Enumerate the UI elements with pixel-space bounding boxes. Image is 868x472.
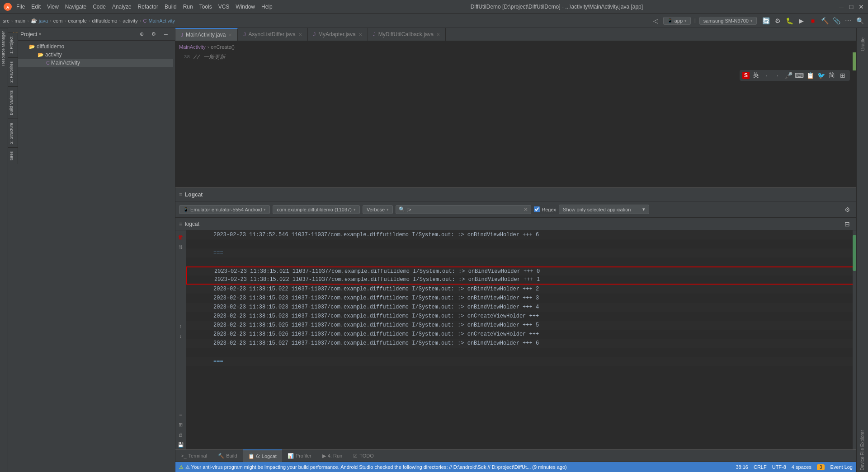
bottom-tab-run[interactable]: ▶ 4: Run (317, 449, 348, 462)
device-dropdown[interactable]: 📱 Emulator emulator-5554 Android ▾ (179, 205, 270, 214)
event-log-badge[interactable]: 3 (817, 464, 825, 470)
menu-refactor[interactable]: Refactor (135, 3, 161, 11)
label-favorites-2[interactable]: 2: Favorites (8, 57, 18, 86)
logcat-search-input[interactable] (407, 207, 522, 212)
sohu-keyboard-icon[interactable]: ⌨ (795, 71, 804, 80)
sohu-mic-icon[interactable]: 🎤 (784, 71, 793, 80)
search-global-icon[interactable]: 🔍 (854, 15, 865, 26)
logcat-search-box[interactable]: 🔍 ✕ (396, 205, 531, 214)
build-icon[interactable]: 🔨 (819, 15, 830, 26)
sohu-clipboard-icon[interactable]: 📋 (806, 71, 815, 80)
breadcrumb-mainactivity[interactable]: MainActivity (148, 18, 175, 23)
bottom-tab-todo[interactable]: ☑ TODO (348, 449, 379, 462)
tab-asynclistdiffer[interactable]: J AsyncListDiffer.java ✕ (238, 28, 308, 41)
tab-myadapter[interactable]: J MyAdapter.java ✕ (308, 28, 368, 41)
logcat-down-icon[interactable]: ↓ (177, 332, 185, 340)
panel-locate-icon[interactable]: ⊕ (136, 29, 147, 40)
breadcrumb-com[interactable]: com (53, 18, 63, 23)
logcat-export-icon[interactable]: 💾 (177, 440, 185, 449)
menu-help[interactable]: Help (259, 3, 275, 11)
navigation-back-icon[interactable]: ◁ (651, 15, 661, 26)
level-dropdown[interactable]: Verbose ▾ (363, 205, 393, 214)
more-icon[interactable]: ⋯ (843, 15, 854, 26)
search-clear-icon[interactable]: ✕ (524, 206, 528, 213)
bottom-tab-logcat[interactable]: 📋 6: Logcat (243, 449, 282, 462)
code-breadcrumb-mainactivity[interactable]: MainActivity (179, 44, 206, 50)
device-selector[interactable]: samsung SM-N9700 (703, 18, 749, 23)
device-dropdown-arrow[interactable]: ▾ (750, 19, 753, 23)
status-line-ending[interactable]: CRLF (754, 464, 767, 470)
breadcrumb-java-icon[interactable]: ☕ (31, 18, 37, 23)
status-encoding[interactable]: UTF-8 (772, 464, 786, 470)
status-indent[interactable]: 4 spaces (792, 464, 811, 470)
menu-file[interactable]: File (14, 3, 28, 11)
settings-icon[interactable]: ⚙ (772, 15, 783, 26)
tree-item-diffutildemo[interactable]: 📂 diffutildemo (10, 42, 173, 51)
status-line[interactable]: 38:16 (736, 464, 748, 470)
logcat-filter-icon[interactable]: ⊞ (177, 421, 185, 429)
breadcrumb-src[interactable]: src (3, 18, 9, 23)
menu-edit[interactable]: Edit (28, 3, 43, 11)
app-selector[interactable]: app (675, 18, 683, 23)
device-file-explorer-label[interactable]: Device File Explorer (859, 428, 866, 472)
logcat-settings-icon[interactable]: ⚙ (842, 204, 853, 215)
logcat-print-icon[interactable]: 🖨 (177, 430, 185, 439)
logcat-scroll-lock-icon[interactable]: ⇅ (177, 243, 185, 251)
label-structure-2[interactable]: 2: Structure (8, 119, 18, 148)
minimize-button[interactable]: ─ (838, 4, 844, 10)
bottom-tab-build[interactable]: 🔨 Build (212, 449, 242, 462)
maximize-button[interactable]: □ (848, 4, 854, 10)
breadcrumb-example[interactable]: example (68, 18, 87, 23)
tab-mydiffutilcallback[interactable]: J MyDiffUtilCallback.java ✕ (368, 28, 446, 41)
run-icon[interactable]: ▶ (796, 15, 807, 26)
sidebar-resource-manager[interactable]: Resource Manager (0, 28, 8, 69)
stop-icon[interactable]: ■ (807, 15, 818, 26)
event-log-label[interactable]: Event Log (830, 464, 853, 470)
label-build-variants[interactable]: Build Variants (8, 86, 18, 119)
menu-navigate[interactable]: Navigate (62, 3, 89, 11)
close-button[interactable]: ✕ (858, 4, 864, 10)
bottom-tab-profiler[interactable]: 📊 Profiler (282, 449, 317, 462)
log-scrollbar-thumb[interactable] (853, 235, 856, 271)
breadcrumb-diffutildemo[interactable]: diffutildemo (92, 18, 117, 23)
package-dropdown[interactable]: com.example.diffutildemo (11037) ▾ (273, 205, 360, 214)
show-selected-dropdown[interactable]: Show only selected application ▾ (559, 205, 649, 214)
regex-checkbox[interactable] (534, 206, 540, 212)
sohu-lang-icon[interactable]: 英 (751, 71, 760, 80)
sohu-grid-icon[interactable]: ⊞ (838, 71, 847, 80)
breadcrumb-main[interactable]: main (14, 18, 25, 23)
tab-close-myadapter[interactable]: ✕ (359, 32, 362, 37)
tree-item-activity[interactable]: 📂 activity (10, 51, 173, 59)
menu-view[interactable]: View (44, 3, 61, 11)
tab-close-asynclistdiffer[interactable]: ✕ (298, 32, 302, 37)
debug-icon[interactable]: 🐛 (784, 15, 795, 26)
menu-build[interactable]: Build (162, 3, 179, 11)
tree-item-mainactivity[interactable]: C MainActivity (10, 59, 173, 67)
panel-settings-icon[interactable]: ⚙ (148, 29, 159, 40)
bottom-tab-terminal[interactable]: >_ Terminal (175, 449, 212, 462)
menu-run[interactable]: Run (180, 3, 196, 11)
breadcrumb-activity[interactable]: activity (123, 18, 138, 23)
tab-close-mainactivity[interactable]: ✕ (228, 33, 232, 37)
logcat-clear-icon[interactable]: 🗑 (177, 233, 185, 241)
sohu-bird-icon[interactable]: 🐦 (816, 71, 826, 80)
label-tures[interactable]: tures (8, 147, 18, 164)
logcat-layout-icon[interactable]: ⊟ (842, 219, 853, 229)
menu-window[interactable]: Window (233, 3, 258, 11)
tab-close-mydiffutilcallback[interactable]: ✕ (436, 32, 440, 37)
regex-checkbox-label[interactable]: Regex (534, 206, 556, 212)
label-project-1[interactable]: 1: Project (8, 33, 18, 57)
menu-tools[interactable]: Tools (197, 3, 215, 11)
gradle-icon[interactable]: Gradle (859, 31, 866, 58)
log-scrollbar-track[interactable] (853, 230, 856, 449)
tab-mainactivity[interactable]: J MainActivity.java ✕ (175, 28, 238, 41)
attach-icon[interactable]: 📎 (831, 15, 842, 26)
breadcrumb-java[interactable]: java (39, 18, 48, 23)
sync-icon[interactable]: 🔄 (760, 15, 771, 26)
app-dropdown-arrow[interactable]: ▾ (684, 19, 687, 23)
sohu-simple-icon[interactable]: 简 (827, 71, 836, 80)
menu-code[interactable]: Code (90, 3, 108, 11)
code-breadcrumb-oncreate[interactable]: onCreate() (211, 44, 235, 50)
menu-vcs[interactable]: VCS (216, 3, 232, 11)
logcat-expand-icon[interactable]: ≡ (179, 221, 182, 227)
